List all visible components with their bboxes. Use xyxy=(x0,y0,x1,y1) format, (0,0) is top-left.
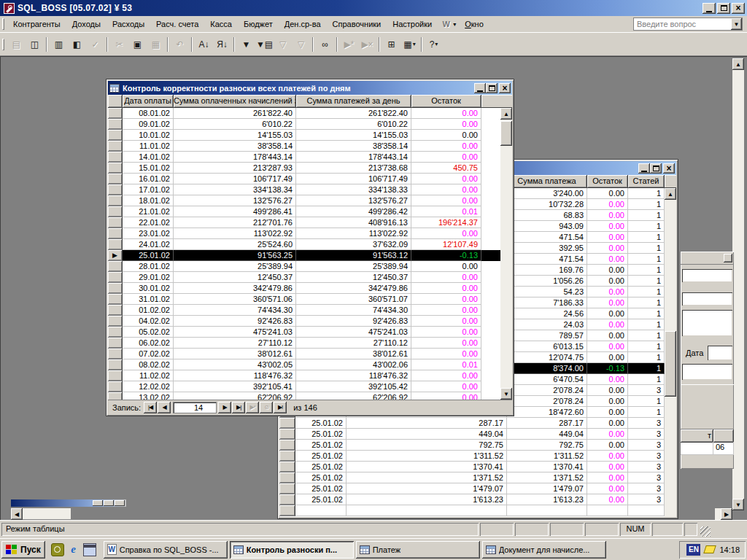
table-cell[interactable]: 106'717.49 xyxy=(174,174,296,184)
row-selector[interactable] xyxy=(108,338,123,349)
table-cell[interactable]: 14.01.02 xyxy=(123,152,174,163)
maximize-button[interactable] xyxy=(717,3,730,14)
table-cell[interactable]: 475'241.03 xyxy=(296,327,411,338)
table-cell[interactable]: 0.00 xyxy=(587,451,628,462)
table-cell[interactable]: 0.01 xyxy=(411,206,481,217)
row-selector[interactable] xyxy=(279,472,295,483)
table-cell[interactable]: 22.01.02 xyxy=(123,217,174,228)
table-row[interactable]: 08.01.02261'822.40261'822.400.00 xyxy=(108,108,512,119)
table-row[interactable]: 12.02.02392'105.41392'105.420.00 xyxy=(108,381,512,392)
table-cell[interactable]: 3 xyxy=(628,472,665,483)
table-cell[interactable]: -0.13 xyxy=(587,363,628,374)
table-row[interactable]: 31.01.02360'571.06360'571.070.00 xyxy=(108,294,512,305)
help-button[interactable]: ?▾ xyxy=(425,36,442,52)
table-row[interactable]: 25.01.021'613.231'613.230.003 xyxy=(279,494,676,505)
side-form-toolbar-button[interactable] xyxy=(724,254,732,262)
menu-расходы[interactable]: Расходы xyxy=(107,18,150,31)
mdi-horizontal-scrollbar[interactable]: ▶ xyxy=(715,508,732,520)
menu-настройки[interactable]: Настройки xyxy=(387,18,438,31)
toolbar-drag-handle[interactable] xyxy=(2,39,4,50)
table-cell[interactable]: -0.13 xyxy=(411,250,481,261)
table-cell[interactable]: 0.00 xyxy=(411,108,481,119)
table-cell[interactable]: 2'078.24 xyxy=(507,396,587,407)
table-cell[interactable]: 1 xyxy=(628,396,665,407)
table-cell[interactable]: 0.00 xyxy=(411,174,481,184)
table-cell[interactable]: 11.02.02 xyxy=(123,370,174,381)
scrollbar-track[interactable] xyxy=(732,70,744,499)
table-cell[interactable]: 0.00 xyxy=(587,276,628,287)
table-cell[interactable]: 392'105.41 xyxy=(174,381,296,392)
table-cell[interactable]: 24.03 xyxy=(507,319,587,330)
table-cell[interactable]: 261'822.40 xyxy=(174,108,296,119)
table-cell[interactable]: 1'479.07 xyxy=(507,483,587,494)
column-header[interactable]: Статей xyxy=(628,175,665,188)
table-cell[interactable]: 0.00 xyxy=(411,130,481,141)
table-cell[interactable]: 11.01.02 xyxy=(123,141,174,152)
table-cell[interactable]: 475'241.03 xyxy=(174,327,296,338)
select-all-cell[interactable] xyxy=(108,95,123,108)
question-combobox[interactable]: Введите вопрос ▼ xyxy=(633,18,743,31)
table-cell[interactable]: 0.00 xyxy=(587,385,628,396)
table-row[interactable]: 21.01.02499'286.41499'286.420.01 xyxy=(108,206,512,217)
table-cell[interactable]: 24.56 xyxy=(507,308,587,319)
table-cell[interactable]: 0.00 xyxy=(587,374,628,385)
table-cell[interactable]: 3 xyxy=(628,462,665,472)
side-form-field[interactable] xyxy=(682,292,732,306)
quick-launch-outlook-icon[interactable] xyxy=(83,543,96,556)
filter-by-form-button[interactable]: ▼▤ xyxy=(256,36,273,52)
column-header[interactable]: Сумма платежа xyxy=(507,175,587,188)
table-cell[interactable]: 27'110.12 xyxy=(296,338,411,349)
record-number-input[interactable]: 14 xyxy=(173,402,217,413)
table-cell[interactable]: 0.00 xyxy=(587,298,628,308)
new-record-button[interactable]: ▶* xyxy=(246,402,259,413)
taskbar-task-button[interactable]: Платеж xyxy=(356,541,480,559)
side-grid-header[interactable] xyxy=(713,429,734,443)
first-record-button[interactable]: |◀ xyxy=(144,402,157,413)
table-cell[interactable]: 3 xyxy=(628,494,665,505)
row-selector[interactable] xyxy=(108,392,123,400)
table-cell[interactable]: 287.17 xyxy=(507,418,587,429)
table-cell[interactable]: 0.00 xyxy=(411,294,481,305)
side-form-field[interactable] xyxy=(682,269,732,282)
table-row[interactable]: 30.01.02342'479.86342'479.860.00 xyxy=(108,283,512,294)
table-cell[interactable]: 25.01.02 xyxy=(295,483,347,494)
next-record-button[interactable]: ▶ xyxy=(218,402,231,413)
table-cell[interactable]: 0.00 xyxy=(411,349,481,359)
table-cell[interactable]: 10'732.28 xyxy=(507,199,587,210)
table-row[interactable]: 22.01.02212'701.76408'916.13196'214.37 xyxy=(108,217,512,228)
table-row[interactable]: 14.01.02178'443.14178'443.140.00 xyxy=(108,152,512,163)
print-preview-button[interactable]: ◧ xyxy=(69,36,85,52)
table-row[interactable]: 05.02.02475'241.03475'241.030.00 xyxy=(108,327,512,338)
row-selector[interactable] xyxy=(279,440,295,451)
table-cell[interactable]: 3 xyxy=(628,483,665,494)
table-cell[interactable]: 1 xyxy=(628,374,665,385)
table-cell[interactable]: 1 xyxy=(628,199,665,210)
table-cell[interactable]: 360'571.06 xyxy=(174,294,296,305)
row-selector[interactable] xyxy=(108,184,123,195)
table-cell[interactable]: 1 xyxy=(628,352,665,363)
cancel-button[interactable]: ⊘ xyxy=(260,402,273,413)
scroll-down-button[interactable]: ▼ xyxy=(500,388,512,400)
table-row[interactable]: 01.02.0274'434.3074'434.300.00 xyxy=(108,305,512,316)
table-cell[interactable]: 04.02.02 xyxy=(123,316,174,327)
table-cell[interactable]: 1'311.52 xyxy=(347,451,507,462)
minimized-window-titlebar[interactable] xyxy=(10,499,127,508)
row-selector[interactable] xyxy=(108,261,123,272)
table-cell[interactable]: 943.09 xyxy=(507,221,587,232)
table-cell[interactable]: 6'013.15 xyxy=(507,341,587,352)
table-cell[interactable]: 25.01.02 xyxy=(123,250,174,261)
app-icon[interactable] xyxy=(4,3,15,14)
table-cell[interactable]: 12'450.37 xyxy=(296,272,411,283)
table-cell[interactable]: 213'738.68 xyxy=(296,163,411,174)
table-cell[interactable]: 91'563.12 xyxy=(296,250,411,261)
table-cell[interactable]: 1 xyxy=(628,254,665,265)
table-row[interactable]: 09.01.026'010.226'010.220.00 xyxy=(108,119,512,130)
maximize-button[interactable] xyxy=(650,163,662,174)
find-button[interactable]: ∞ xyxy=(317,36,333,52)
table-cell[interactable]: 14'155.03 xyxy=(296,130,411,141)
table-cell[interactable]: 449.04 xyxy=(507,429,587,440)
save-button[interactable]: ▤ xyxy=(8,36,25,52)
table-cell[interactable]: 0.00 xyxy=(411,228,481,239)
language-indicator[interactable]: EN xyxy=(686,544,700,556)
menu-окно[interactable]: Окно xyxy=(459,18,489,31)
